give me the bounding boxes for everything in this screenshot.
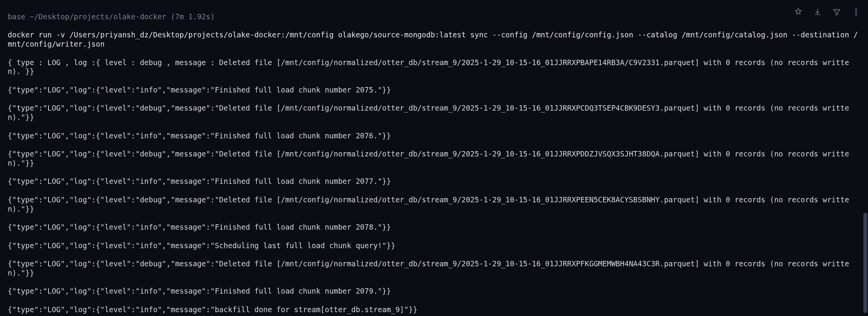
svg-point-2 (856, 14, 857, 15)
log-line: {"type":"LOG","log":{"level":"debug","me… (8, 259, 860, 278)
log-line: {"type":"LOG","log":{"level":"info","mes… (8, 287, 860, 296)
terminal-toolbar (794, 8, 860, 16)
chevron-up-icon[interactable]: ︿ (431, 29, 437, 36)
scrollbar[interactable] (863, 0, 867, 316)
svg-point-0 (856, 9, 857, 10)
log-line: {"type":"LOG","log":{"level":"debug","me… (8, 104, 860, 122)
log-line: {"type":"LOG","log":{"level":"info","mes… (8, 86, 860, 95)
scrollbar-thumb[interactable] (863, 213, 867, 313)
terminal-prompt: base ~/Desktop/projects/olake-docker (7m… (8, 12, 860, 22)
log-line: {"type":"LOG","log":{"level":"debug","me… (8, 195, 860, 214)
more-icon[interactable] (852, 8, 860, 16)
svg-point-1 (856, 12, 857, 13)
terminal-output: base ~/Desktop/projects/olake-docker (7m… (0, 0, 868, 316)
log-line: {"type":"LOG","log":{"level":"debug","me… (8, 150, 860, 168)
filter-icon[interactable] (833, 8, 841, 16)
download-icon[interactable] (813, 8, 822, 16)
log-line: {"type":"LOG","log":{"level":"info","mes… (8, 223, 860, 232)
log-line: {"type":"LOG","log":{"level":"info","mes… (8, 131, 860, 141)
log-line: { type : LOG , log :{ level : debug , me… (8, 58, 860, 77)
pin-icon[interactable] (794, 8, 803, 16)
log-line: {"type":"LOG","log":{"level":"info","mes… (8, 241, 860, 250)
log-line: {"type":"LOG","log":{"level":"info","mes… (8, 305, 860, 314)
log-line: {"type":"LOG","log":{"level":"info","mes… (8, 177, 860, 186)
